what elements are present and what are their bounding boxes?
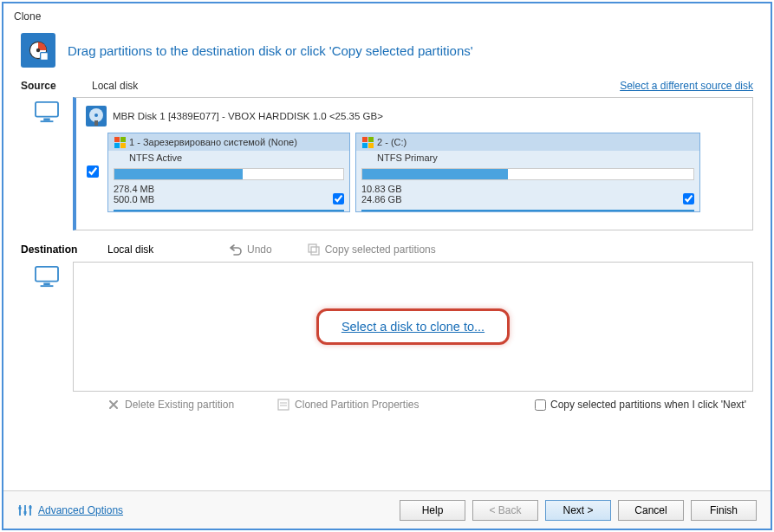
copy-on-next-option[interactable]: Copy selected partitions when I click 'N…: [535, 399, 753, 411]
partition-used: 278.4 MB: [114, 184, 154, 194]
disk-title: MBR Disk 1 [4389E077] - VBOX HARDDISK 1.…: [113, 111, 383, 121]
back-button[interactable]: < Back: [472, 500, 538, 521]
partition-fs: NTFS Primary: [356, 151, 699, 168]
svg-rect-7: [41, 120, 54, 122]
destination-body: Select a disk to clone to...: [3, 262, 771, 392]
source-label: Source: [21, 80, 92, 92]
svg-rect-14: [36, 267, 58, 282]
window-title: Clone: [3, 3, 771, 28]
svg-rect-6: [43, 118, 49, 120]
advanced-options-link[interactable]: Advanced Options: [38, 504, 123, 516]
partition-checkbox[interactable]: [683, 193, 694, 204]
undo-button[interactable]: Undo: [229, 243, 272, 256]
source-body: MBR Disk 1 [4389E077] - VBOX HARDDISK 1.…: [3, 97, 771, 230]
partition-card[interactable]: 2 - (C:) NTFS Primary 10.83 GB 24.86 GB: [355, 133, 700, 212]
svg-rect-25: [29, 506, 32, 509]
wizard-footer: Advanced Options Help < Back Next > Canc…: [3, 490, 771, 529]
svg-rect-5: [36, 102, 58, 117]
svg-rect-17: [278, 399, 289, 410]
delete-icon: [107, 399, 120, 411]
partition-checkbox[interactable]: [333, 193, 344, 204]
disk-header: MBR Disk 1 [4389E077] - VBOX HARDDISK 1.…: [85, 105, 744, 127]
partition-used: 10.83 GB: [361, 184, 401, 194]
cancel-button[interactable]: Cancel: [618, 500, 684, 521]
destination-header-row: Destination Local disk Undo Copy selecte…: [3, 230, 771, 262]
header: Drag partitions to the destination disk …: [3, 28, 771, 80]
partition-name: 1 - Зарезервировано системой (None): [129, 137, 344, 147]
partition-card[interactable]: 1 - Зарезервировано системой (None) NTFS…: [107, 133, 350, 212]
windows-icon: [114, 136, 126, 148]
partition-total: 500.0 MB: [114, 194, 154, 204]
destination-toolbar: Delete Existing partition Cloned Partiti…: [3, 392, 771, 411]
next-button[interactable]: Next >: [545, 500, 611, 521]
svg-point-3: [36, 49, 40, 52]
sliders-icon: [17, 503, 33, 518]
copy-icon: [307, 243, 321, 256]
windows-icon: [361, 136, 374, 148]
source-disk-panel: MBR Disk 1 [4389E077] - VBOX HARDDISK 1.…: [73, 97, 753, 230]
select-destination-highlight: Select a disk to clone to...: [316, 308, 510, 345]
svg-rect-23: [19, 507, 22, 509]
svg-point-10: [94, 114, 98, 117]
cloned-properties-button[interactable]: Cloned Partition Properties: [277, 399, 419, 411]
destination-type: Local disk: [107, 243, 229, 256]
clone-wizard-window: Clone Drag partitions to the destination…: [2, 2, 772, 530]
select-all-partitions-checkbox[interactable]: [87, 165, 99, 180]
delete-existing-button[interactable]: Delete Existing partition: [107, 399, 234, 411]
destination-label: Destination: [21, 243, 107, 256]
partition-name: 2 - (C:): [377, 137, 694, 147]
monitor-icon: [21, 97, 73, 230]
svg-rect-13: [311, 247, 319, 255]
source-type: Local disk: [92, 80, 138, 92]
svg-rect-24: [24, 511, 27, 514]
clone-app-icon: [21, 33, 55, 68]
copy-on-next-checkbox[interactable]: [535, 399, 546, 411]
partition-fs: NTFS Active: [108, 151, 349, 168]
select-disk-to-clone-link[interactable]: Select a disk to clone to...: [341, 320, 485, 334]
partition-usage-bar: [361, 168, 694, 180]
partition-total: 24.86 GB: [361, 194, 401, 204]
svg-rect-15: [43, 282, 49, 285]
source-header-row: Source Local disk Select a different sou…: [3, 80, 771, 97]
finish-button[interactable]: Finish: [691, 500, 757, 521]
svg-rect-12: [309, 244, 316, 252]
copy-selected-button[interactable]: Copy selected partitions: [307, 243, 436, 256]
select-different-source-link[interactable]: Select a different source disk: [620, 80, 760, 92]
help-button[interactable]: Help: [400, 500, 465, 521]
partitions-row: 1 - Зарезервировано системой (None) NTFS…: [85, 133, 744, 212]
destination-panel: Select a disk to clone to...: [73, 262, 753, 392]
svg-rect-4: [41, 53, 49, 61]
properties-icon: [277, 399, 289, 411]
partition-usage-bar: [114, 168, 344, 180]
undo-icon: [229, 243, 243, 256]
monitor-icon: [21, 262, 73, 392]
hdd-icon: [85, 105, 107, 127]
svg-rect-16: [41, 285, 54, 287]
svg-rect-11: [94, 120, 98, 126]
header-instruction: Drag partitions to the destination disk …: [68, 43, 473, 58]
